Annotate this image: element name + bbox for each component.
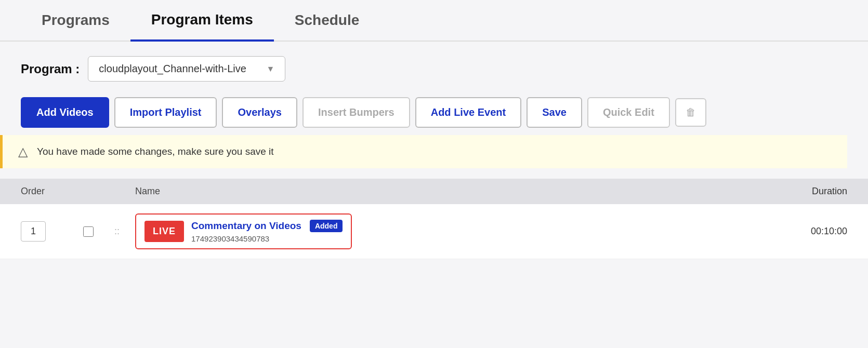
header-checkbox-col: [83, 186, 114, 197]
duration-cell: 00:10:00: [743, 226, 847, 237]
header-order: Order: [21, 186, 83, 197]
table-header: Order Name Duration: [0, 179, 868, 204]
add-live-event-button[interactable]: Add Live Event: [415, 97, 521, 128]
header-name: Name: [135, 186, 743, 197]
program-row: Program : cloudplayout_Channel-with-Live…: [0, 42, 868, 92]
chevron-down-icon: ▼: [267, 64, 275, 74]
import-playlist-button[interactable]: Import Playlist: [114, 97, 217, 128]
program-select-value: cloudplayout_Channel-with-Live: [99, 63, 246, 75]
save-button[interactable]: Save: [527, 97, 582, 128]
table-container: Order Name Duration 1 :: LIVE Commentary…: [0, 179, 868, 259]
quick-edit-button[interactable]: Quick Edit: [587, 97, 670, 128]
row-checkbox[interactable]: [83, 226, 94, 237]
tab-programs[interactable]: Programs: [21, 1, 130, 42]
item-highlighted-box: LIVE Commentary on Videos Added 17492390…: [135, 213, 352, 249]
item-name: Commentary on Videos: [191, 220, 301, 232]
item-cell: LIVE Commentary on Videos Added 17492390…: [135, 213, 743, 249]
trash-icon: 🗑: [686, 106, 696, 118]
live-badge: LIVE: [144, 221, 184, 242]
added-badge: Added: [310, 220, 343, 232]
order-cell: 1: [21, 221, 83, 242]
delete-button[interactable]: 🗑: [675, 98, 706, 127]
tab-program-items[interactable]: Program Items: [130, 0, 274, 42]
table-row: 1 :: LIVE Commentary on Videos Added 174…: [0, 204, 868, 259]
overlays-button[interactable]: Overlays: [222, 97, 297, 128]
add-videos-button[interactable]: Add Videos: [21, 97, 109, 128]
program-label: Program :: [21, 62, 80, 76]
warning-message: You have made some changes, make sure yo…: [37, 146, 274, 157]
header-duration: Duration: [743, 186, 847, 197]
tab-schedule[interactable]: Schedule: [274, 1, 380, 42]
actions-row: Add Videos Import Playlist Overlays Inse…: [0, 92, 868, 135]
drag-handle[interactable]: ::: [114, 226, 135, 237]
item-id: 174923903434590783: [191, 234, 343, 243]
order-number: 1: [21, 221, 46, 242]
program-select[interactable]: cloudplayout_Channel-with-Live ▼: [88, 56, 285, 82]
warning-banner: △ You have made some changes, make sure …: [0, 135, 847, 168]
checkbox-cell[interactable]: [83, 226, 114, 237]
header-drag-col: [114, 186, 135, 197]
warning-icon: △: [18, 144, 28, 159]
tabs-container: Programs Program Items Schedule: [0, 0, 868, 42]
insert-bumpers-button[interactable]: Insert Bumpers: [303, 97, 410, 128]
item-info: Commentary on Videos Added 1749239034345…: [191, 220, 343, 243]
